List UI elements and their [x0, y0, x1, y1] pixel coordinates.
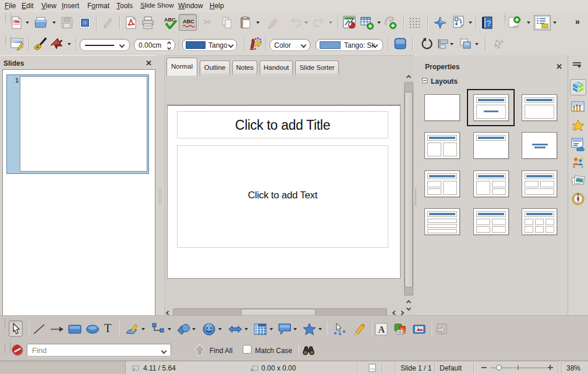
- svg-text:A: A: [378, 325, 385, 334]
- svg-text:ABC: ABC: [183, 19, 194, 24]
- svg-text:N: N: [577, 193, 579, 196]
- svg-text:?: ?: [486, 18, 491, 28]
